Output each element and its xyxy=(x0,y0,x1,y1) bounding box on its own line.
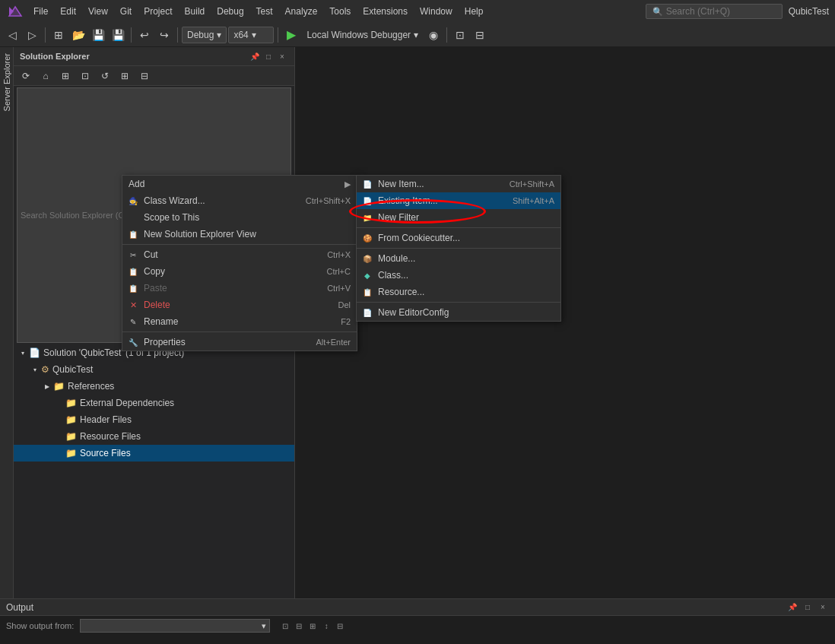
menu-tools[interactable]: Tools xyxy=(323,3,357,20)
properties-button[interactable]: ⊞ xyxy=(56,67,75,85)
server-explorer-label[interactable]: Server Explorer xyxy=(1,47,13,117)
ctx-class-wizard-label: Class Wizard... xyxy=(144,195,205,206)
menu-debug[interactable]: Debug xyxy=(211,3,249,20)
tree-resource-files[interactable]: 📁 Resource Files xyxy=(14,428,294,445)
output-maximize-button[interactable]: □ xyxy=(802,601,814,614)
sub-new-item-shortcut: Ctrl+Shift+A xyxy=(510,179,554,189)
delete-icon: ✕ xyxy=(127,299,139,311)
diag-button[interactable]: ⊟ xyxy=(471,26,489,44)
ctx-sep-1 xyxy=(122,244,357,245)
project-arrow-icon: ▾ xyxy=(29,366,41,373)
menu-extensions[interactable]: Extensions xyxy=(357,3,414,20)
debug-config-label: Debug xyxy=(187,30,214,40)
refresh-button[interactable]: ↺ xyxy=(96,67,114,85)
ctx-rename-label: Rename xyxy=(144,316,178,327)
sub-cookiecutter[interactable]: 🍪 From Cookiecutter... xyxy=(357,230,560,246)
menu-project[interactable]: Project xyxy=(138,3,178,20)
debug-config-dropdown[interactable]: Debug ▾ xyxy=(182,27,227,43)
tree-project[interactable]: ▾ ⚙ QubicTest xyxy=(14,361,294,378)
ctx-rename[interactable]: ✎ Rename F2 xyxy=(122,313,357,330)
start-debug-button[interactable]: ▶ xyxy=(282,26,300,44)
toggle-files-button[interactable]: ⊡ xyxy=(76,67,94,85)
output-action-2[interactable]: ⊟ xyxy=(293,620,305,632)
ctx-delete-shortcut: Del xyxy=(338,300,351,309)
properties-icon: 🔧 xyxy=(127,336,139,348)
menu-git[interactable]: Git xyxy=(114,3,138,20)
output-pin-button[interactable]: 📌 xyxy=(786,601,798,614)
pin-button[interactable]: 📌 xyxy=(249,50,261,62)
output-close-button[interactable]: × xyxy=(817,601,829,614)
output-action-3[interactable]: ⊞ xyxy=(306,620,319,632)
module-icon: 📦 xyxy=(361,252,373,265)
ctx-class-wizard[interactable]: 🧙 Class Wizard... Ctrl+Shift+X xyxy=(122,192,357,209)
ctx-delete[interactable]: ✕ Delete Del xyxy=(122,297,357,313)
attach-button[interactable]: ◉ xyxy=(424,26,443,44)
output-action-5[interactable]: ⊟ xyxy=(334,620,346,632)
global-search-input[interactable] xyxy=(666,6,773,17)
solution-icon: 📄 xyxy=(29,347,40,358)
filter-button[interactable]: ⊟ xyxy=(135,67,154,85)
sub-editor-config[interactable]: 📄 New EditorConfig xyxy=(357,304,560,321)
new-item-icon: 📄 xyxy=(361,178,373,190)
ctx-new-sol-view-label: New Solution Explorer View xyxy=(144,229,256,240)
open-folder-button[interactable]: 📂 xyxy=(69,26,87,44)
sub-resource[interactable]: 📋 Resource... xyxy=(357,284,560,300)
perf-button[interactable]: ⊡ xyxy=(451,26,469,44)
menu-file[interactable]: File xyxy=(27,3,54,20)
redo-button[interactable]: ↪ xyxy=(155,26,173,44)
ctx-scope-label: Scope to This xyxy=(144,212,199,223)
sub-sep-3 xyxy=(357,302,560,303)
save-button[interactable]: 💾 xyxy=(89,26,107,44)
ctx-new-solution-view[interactable]: 📋 New Solution Explorer View xyxy=(122,226,357,243)
sub-new-item[interactable]: 📄 New Item... Ctrl+Shift+A xyxy=(357,176,560,192)
output-source-dropdown[interactable]: ▾ xyxy=(80,619,270,633)
tree-references[interactable]: ▶ 📁 References xyxy=(14,378,294,395)
tree-header-files[interactable]: 📁 Header Files xyxy=(14,411,294,428)
output-panel: Output 📌 □ × Show output from: ▾ ⊡ ⊟ ⊞ ↕… xyxy=(0,598,835,644)
sub-new-filter[interactable]: 📁 New Filter xyxy=(357,209,560,226)
ctx-scope-to-this[interactable]: Scope to This xyxy=(122,209,357,226)
ctx-cut[interactable]: ✂ Cut Ctrl+X xyxy=(122,246,357,263)
debugger-arrow-icon: ▾ xyxy=(414,30,418,40)
menu-help[interactable]: Help xyxy=(459,3,490,20)
ctx-add-header[interactable]: Add ▶ xyxy=(122,176,357,192)
panel-header: Solution Explorer 📌 □ × xyxy=(14,47,294,66)
sub-existing-item[interactable]: 📄 Existing Item... Shift+Alt+A xyxy=(357,192,560,209)
menu-test[interactable]: Test xyxy=(250,3,279,20)
ctx-copy[interactable]: 📋 Copy Ctrl+C xyxy=(122,263,357,280)
back-button[interactable]: ◁ xyxy=(3,26,21,44)
collapse-button[interactable]: ⌂ xyxy=(37,67,55,85)
sync-button[interactable]: ⟳ xyxy=(17,67,35,85)
debugger-dropdown[interactable]: Local Windows Debugger ▾ xyxy=(302,27,423,43)
panel-title: Solution Explorer xyxy=(20,52,90,61)
menu-bar: File Edit View Git Project Build Debug T… xyxy=(27,3,646,20)
sub-class[interactable]: ◆ Class... xyxy=(357,267,560,284)
view-all-button[interactable]: ⊞ xyxy=(116,67,134,85)
menu-window[interactable]: Window xyxy=(414,3,459,20)
menu-view[interactable]: View xyxy=(82,3,114,20)
menu-build[interactable]: Build xyxy=(179,3,211,20)
ctx-properties[interactable]: 🔧 Properties Alt+Enter xyxy=(122,334,357,351)
menu-analyze[interactable]: Analyze xyxy=(279,3,324,20)
save-all-button[interactable]: 💾 xyxy=(109,26,127,44)
arch-dropdown[interactable]: x64 ▾ xyxy=(228,27,274,43)
title-bar: File Edit View Git Project Build Debug T… xyxy=(0,0,835,23)
resource-icon: 📋 xyxy=(361,286,373,298)
output-header: Output 📌 □ × xyxy=(0,599,835,616)
ctx-paste: 📋 Paste Ctrl+V xyxy=(122,280,357,297)
close-panel-button[interactable]: × xyxy=(276,50,288,62)
forward-button[interactable]: ▷ xyxy=(23,26,41,44)
global-search-bar[interactable]: 🔍 xyxy=(646,4,783,19)
undo-button[interactable]: ↩ xyxy=(135,26,154,44)
tree-ext-deps[interactable]: 📁 External Dependencies xyxy=(14,395,294,411)
output-action-1[interactable]: ⊡ xyxy=(279,620,291,632)
menu-edit[interactable]: Edit xyxy=(54,3,82,20)
toolbar-sep-1 xyxy=(45,27,46,43)
solution-configs-button[interactable]: ⊞ xyxy=(49,26,68,44)
sub-module[interactable]: 📦 Module... xyxy=(357,250,560,267)
sub-new-filter-label: New Filter xyxy=(378,212,419,223)
server-explorer-tab[interactable]: Server Explorer xyxy=(0,47,14,598)
output-action-4[interactable]: ↕ xyxy=(320,620,332,632)
tree-source-files[interactable]: 📁 Source Files xyxy=(14,445,294,462)
maximize-button[interactable]: □ xyxy=(262,50,275,62)
